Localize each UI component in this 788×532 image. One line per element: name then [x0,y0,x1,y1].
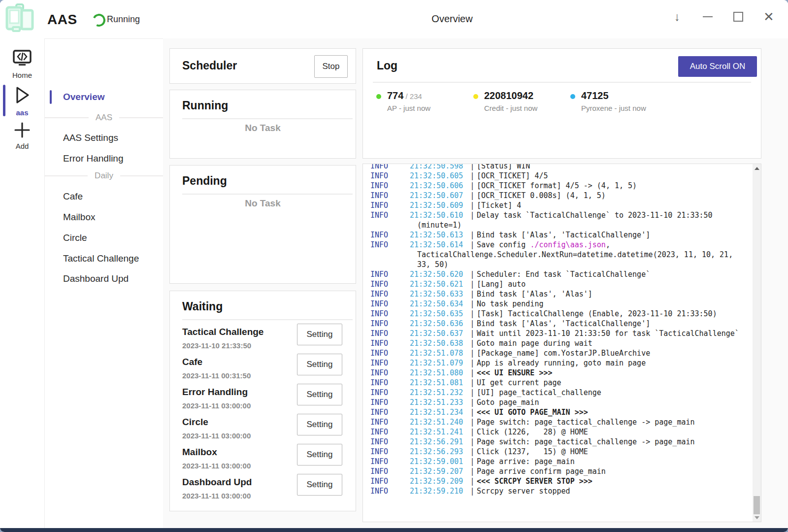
minimize-button[interactable] [700,8,715,25]
sidebar-item-error-handling[interactable]: Error Handling [45,151,163,166]
divider [373,82,751,83]
stat-dot-icon [570,94,575,99]
waiting-task-cafe: Cafe2023-11-11 00:31:50Setting [182,354,348,384]
divider-line [119,117,163,118]
log-line: INFO21:32:56.291|Page switch: page_tacti… [370,437,761,447]
running-spinner-icon [91,12,107,28]
log-level: INFO [370,210,410,220]
log-separator: | [468,437,477,447]
log-separator: | [468,289,477,299]
log-line: INFO21:32:51.079|App is already running,… [370,358,761,368]
setting-button[interactable]: Setting [297,474,342,496]
log-separator: | [468,299,477,309]
stop-button[interactable]: Stop [314,55,348,78]
divider-line [120,175,163,176]
scheduler-status-text: Running [107,14,140,25]
download-update-button[interactable]: ↓ [670,8,685,25]
log-separator: | [468,200,477,210]
pending-card: Pending No Task [169,165,356,284]
maximize-button[interactable] [731,8,746,25]
rail-item-home[interactable]: Home [0,49,44,79]
setting-button[interactable]: Setting [297,384,342,405]
stat-dot-icon [376,94,381,99]
log-line: INFO21:32:50.609|[Ticket] 4 [370,200,761,210]
log-separator: | [468,319,477,329]
log-level: INFO [370,348,410,358]
log-line: INFO21:32:56.293|Click (1237, 15) @ HOME [370,447,761,457]
divider [182,319,353,320]
log-level: INFO [370,191,410,200]
log-message: <<< UI GOTO PAGE_MAIN >>> [477,407,761,417]
log-level: INFO [370,181,410,191]
pending-title: Pending [182,174,227,188]
log-timestamp: 21:32:50.636 [410,319,468,329]
log-message: Click (1226, 28) @ HOME [477,427,761,437]
log-timestamp: 21:32:59.209 [410,476,468,486]
log-separator: | [468,210,477,220]
log-timestamp: 21:32:50.613 [410,230,468,240]
log-message: [UI] page_tactical_challenge [477,388,761,398]
play-icon [12,85,32,105]
log-separator: | [468,466,477,476]
log-separator: | [468,447,477,457]
log-message: Bind task ['Alas', 'TacticalChallenge'] [477,319,761,329]
rail-item-add[interactable]: Add [0,121,44,150]
log-line: INFO21:32:50.638|Goto main page during w… [370,338,761,348]
setting-button[interactable]: Setting [297,414,342,435]
stat-number: 774 [387,90,403,101]
setting-button[interactable]: Setting [297,324,342,345]
log-separator: | [468,407,477,417]
log-scrollbar[interactable] [753,164,761,522]
sidebar-item-cafe[interactable]: Cafe [45,189,163,204]
running-card: Running No Task [169,90,356,159]
setting-button[interactable]: Setting [297,354,342,375]
log-separator: | [468,329,477,338]
log-timestamp: 21:32:51.081 [410,378,468,388]
auto-scroll-toggle-button[interactable]: Auto Scroll ON [678,56,757,77]
sidebar-item-label: Dashboard Upd [63,273,129,284]
page-title: Overview [431,13,472,25]
sidebar-item-aas-settings[interactable]: AAS Settings [45,131,163,145]
scroll-up-button[interactable] [753,164,761,172]
waiting-task-error-handling: Error Handling2023-11-11 03:00:00Setting [182,384,348,414]
waiting-task-tactical-challenge: Tactical Challenge2023-11-10 21:33:50Set… [182,324,348,354]
log-line: INFO21:32:50.607|[OCR_TICKET 0.008s] (4,… [370,191,761,200]
log-timestamp: 21:32:51.241 [410,427,468,437]
sidebar-item-circle[interactable]: Circle [45,231,163,245]
task-next-run: 2023-11-11 03:00:00 [182,462,251,470]
sidebar-item-tactical-challenge[interactable]: Tactical Challenge [45,251,163,266]
sidebar-item-overview[interactable]: Overview [45,90,163,104]
log-level: INFO [370,407,410,417]
task-name: Dashboard Upd [182,477,252,488]
log-timestamp: 21:32:50.609 [410,200,468,210]
log-level: INFO [370,299,410,309]
log-timestamp: 21:32:50.598 [410,164,468,171]
log-separator: | [468,348,477,358]
log-level: INFO [370,368,410,378]
rail-item-aas[interactable]: aas [0,85,44,117]
log-level: INFO [370,437,410,447]
log-line: INFO21:32:50.598|[Status] WIN [370,164,761,171]
pending-empty-text: No Task [170,198,356,209]
log-output[interactable]: INFO21:32:50.598|[Status] WININFO21:32:5… [362,164,761,522]
log-level: INFO [370,329,410,338]
task-name: Tactical Challenge [182,327,263,337]
log-level: INFO [370,338,410,348]
task-name: Mailbox [182,447,217,458]
sidebar-nav: OverviewAASAAS SettingsError HandlingDai… [45,38,163,528]
log-timestamp: 21:32:50.605 [410,171,468,181]
close-button[interactable]: ✕ [761,8,776,25]
log-level: INFO [370,164,410,171]
stat-value: 774 / 234 [387,90,422,101]
log-level: INFO [370,289,410,299]
sidebar-item-mailbox[interactable]: Mailbox [45,210,163,225]
log-line: INFO21:32:50.634|No task pending [370,299,761,309]
sidebar-item-label: AAS Settings [63,133,118,143]
log-message: [OCR_TICKET] 4/5 [477,171,761,181]
scrollbar-thumb[interactable] [754,496,760,514]
log-level: INFO [370,486,410,496]
setting-button[interactable]: Setting [297,444,342,466]
sidebar-item-dashboard-upd[interactable]: Dashboard Upd [45,271,163,286]
scroll-down-button[interactable] [753,513,761,522]
log-timestamp: 21:32:50.607 [410,191,468,200]
